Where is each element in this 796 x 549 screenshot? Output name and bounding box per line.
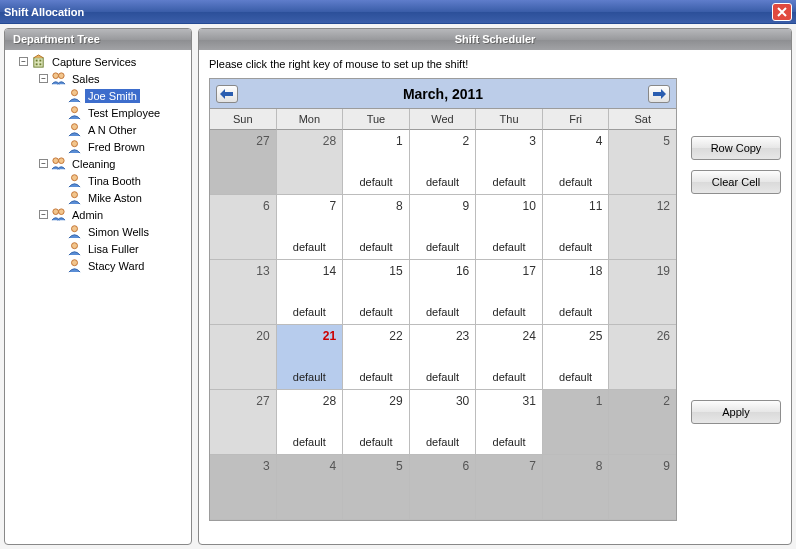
calendar-cell[interactable]: 28default	[277, 390, 344, 455]
calendar-shift-label: default	[343, 436, 409, 448]
calendar-cell[interactable]: 27	[210, 390, 277, 455]
calendar-dow-header: Thu	[476, 109, 543, 130]
calendar-cell[interactable]: 5	[343, 455, 410, 520]
calendar-cell[interactable]: 26	[609, 325, 676, 390]
calendar-day-number: 25	[547, 329, 605, 343]
calendar-day-number: 14	[281, 264, 339, 278]
prev-month-button[interactable]	[216, 85, 238, 103]
tree-employee[interactable]: Stacy Ward	[7, 257, 189, 274]
svg-point-9	[72, 124, 78, 130]
tree-root[interactable]: − Capture Services	[7, 53, 189, 70]
calendar-cell[interactable]: 2	[609, 390, 676, 455]
calendar-cell[interactable]: 24default	[476, 325, 543, 390]
tree-node-label: A N Other	[85, 123, 139, 137]
calendar-cell[interactable]: 27	[210, 130, 277, 195]
calendar-cell[interactable]: 1default	[343, 130, 410, 195]
svg-rect-20	[225, 92, 233, 96]
calendar-cell[interactable]: 4	[277, 455, 344, 520]
tree-node-label: Cleaning	[69, 157, 118, 171]
calendar-cell[interactable]: 7default	[277, 195, 344, 260]
calendar-cell[interactable]: 3	[210, 455, 277, 520]
calendar-day-number: 5	[613, 134, 672, 148]
calendar-day-number: 28	[281, 134, 339, 148]
tree-department[interactable]: − Sales	[7, 70, 189, 87]
calendar-cell[interactable]: 8default	[343, 195, 410, 260]
calendar-cell[interactable]: 12	[609, 195, 676, 260]
tree-employee[interactable]: Tina Booth	[7, 172, 189, 189]
tree-employee[interactable]: Joe Smith	[7, 87, 189, 104]
svg-rect-0	[34, 58, 43, 67]
apply-button[interactable]: Apply	[691, 400, 781, 424]
calendar-cell[interactable]: 10default	[476, 195, 543, 260]
window-titlebar: Shift Allocation	[0, 0, 796, 24]
calendar-cell[interactable]: 6	[410, 455, 477, 520]
row-copy-button[interactable]: Row Copy	[691, 136, 781, 160]
tree-employee[interactable]: Test Employee	[7, 104, 189, 121]
calendar-cell[interactable]: 3default	[476, 130, 543, 195]
calendar-cell[interactable]: 28	[277, 130, 344, 195]
calendar-month-title: March, 2011	[244, 86, 642, 102]
tree-department[interactable]: − Admin	[7, 206, 189, 223]
clear-cell-button[interactable]: Clear Cell	[691, 170, 781, 194]
svg-point-19	[72, 260, 78, 266]
tree-node-label: Mike Aston	[85, 191, 145, 205]
calendar-cell[interactable]: 16default	[410, 260, 477, 325]
calendar-cell[interactable]: 6	[210, 195, 277, 260]
calendar-cell[interactable]: 20	[210, 325, 277, 390]
tree-employee[interactable]: A N Other	[7, 121, 189, 138]
calendar-cell[interactable]: 23default	[410, 325, 477, 390]
calendar-day-number: 2	[414, 134, 472, 148]
calendar-cell[interactable]: 31default	[476, 390, 543, 455]
calendar-cell[interactable]: 19	[609, 260, 676, 325]
calendar-cell[interactable]: 25default	[543, 325, 610, 390]
tree-toggle-icon[interactable]: −	[19, 57, 28, 66]
tree-employee[interactable]: Fred Brown	[7, 138, 189, 155]
tree-toggle-icon[interactable]: −	[39, 210, 48, 219]
calendar-day-number: 17	[480, 264, 538, 278]
calendar-cell[interactable]: 11default	[543, 195, 610, 260]
calendar-cell[interactable]: 1	[543, 390, 610, 455]
tree-employee[interactable]: Lisa Fuller	[7, 240, 189, 257]
calendar-cell[interactable]: 9	[609, 455, 676, 520]
calendar-cell[interactable]: 2default	[410, 130, 477, 195]
department-tree-panel: Department Tree − Capture Services − Sal…	[4, 28, 192, 545]
calendar-cell[interactable]: 4default	[543, 130, 610, 195]
calendar-cell[interactable]: 18default	[543, 260, 610, 325]
tree-node-label: Test Employee	[85, 106, 163, 120]
next-month-button[interactable]	[648, 85, 670, 103]
user-icon	[67, 258, 82, 273]
calendar-day-number: 4	[281, 459, 339, 473]
user-icon	[67, 88, 82, 103]
calendar-cell[interactable]: 7	[476, 455, 543, 520]
calendar-cell[interactable]: 13	[210, 260, 277, 325]
calendar-shift-label: default	[277, 241, 343, 253]
calendar-cell[interactable]: 17default	[476, 260, 543, 325]
calendar-cell[interactable]: 22default	[343, 325, 410, 390]
tree-department[interactable]: − Cleaning	[7, 155, 189, 172]
department-tree[interactable]: − Capture Services − Sales Joe Smith Tes…	[5, 50, 191, 544]
tree-toggle-icon[interactable]: −	[39, 74, 48, 83]
calendar-dow-header: Wed	[410, 109, 477, 130]
calendar-cell[interactable]: 14default	[277, 260, 344, 325]
calendar-dow-header: Mon	[277, 109, 344, 130]
calendar-shift-label: default	[543, 176, 609, 188]
tree-toggle-icon[interactable]: −	[39, 159, 48, 168]
calendar-cell[interactable]: 30default	[410, 390, 477, 455]
calendar-cell[interactable]: 9default	[410, 195, 477, 260]
calendar-cell[interactable]: 5	[609, 130, 676, 195]
calendar-cell[interactable]: 8	[543, 455, 610, 520]
instruction-text: Please click the right key of mouse to s…	[209, 58, 677, 70]
svg-point-17	[72, 226, 78, 232]
tree-employee[interactable]: Simon Wells	[7, 223, 189, 240]
calendar-cell[interactable]: 15default	[343, 260, 410, 325]
calendar-dow-header: Sat	[609, 109, 676, 130]
calendar-cell[interactable]: 21default	[277, 325, 344, 390]
close-icon[interactable]	[772, 3, 792, 21]
tree-employee[interactable]: Mike Aston	[7, 189, 189, 206]
calendar-shift-label: default	[410, 306, 476, 318]
calendar-shift-label: default	[410, 176, 476, 188]
calendar-day-number: 5	[347, 459, 405, 473]
calendar-shift-label: default	[476, 436, 542, 448]
calendar-cell[interactable]: 29default	[343, 390, 410, 455]
calendar-shift-label: default	[543, 241, 609, 253]
